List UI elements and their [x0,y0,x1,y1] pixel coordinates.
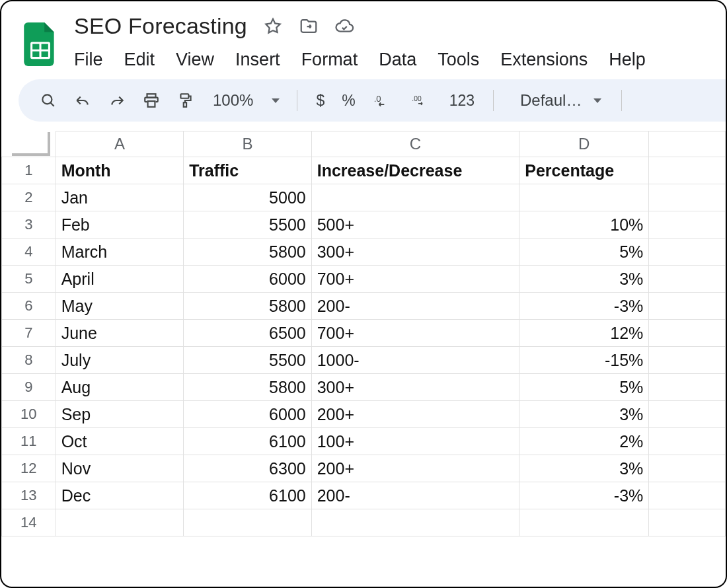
col-header-C[interactable]: C [311,131,519,157]
cell[interactable]: 700+ [311,320,519,347]
cell[interactable]: 5800 [184,374,312,401]
row-header[interactable]: 3 [2,211,56,239]
row-header[interactable]: 5 [2,266,56,293]
format-currency-button[interactable]: $ [309,92,331,110]
cell[interactable]: May [56,293,184,320]
cell[interactable] [649,509,726,536]
cell[interactable] [649,184,726,211]
cell[interactable]: March [56,239,184,266]
cell[interactable] [311,184,519,211]
cell[interactable]: Oct [56,428,184,455]
cell[interactable]: 3% [519,266,649,293]
menu-help[interactable]: Help [609,50,646,70]
cell[interactable]: July [56,347,184,374]
cell[interactable]: 6300 [184,455,312,482]
cell[interactable]: 3% [519,401,649,428]
cell[interactable]: 5000 [184,184,312,211]
cell[interactable]: 10% [519,211,649,239]
cell[interactable] [184,509,312,536]
cell[interactable] [519,184,649,211]
format-percent-button[interactable]: % [335,92,362,110]
cell[interactable]: 200+ [311,401,519,428]
cell[interactable] [649,239,726,266]
cloud-saved-icon[interactable] [334,17,354,36]
cell[interactable]: June [56,320,184,347]
redo-icon[interactable] [102,85,132,116]
cell[interactable]: 5% [519,374,649,401]
cell[interactable] [649,455,726,482]
row-header[interactable]: 12 [2,455,56,482]
font-family-dropdown[interactable]: Defaul… [506,91,609,110]
print-icon[interactable] [136,85,167,116]
cell[interactable]: Aug [56,374,184,401]
cell[interactable]: Increase/Decrease [311,157,519,184]
increase-decimal-icon[interactable]: .00 [401,85,439,116]
move-icon[interactable] [299,17,319,36]
cell[interactable]: Dec [56,482,184,509]
select-all-corner[interactable] [2,131,56,157]
col-header-D[interactable]: D [519,131,649,157]
cell[interactable]: Traffic [184,157,312,184]
cell[interactable]: 12% [519,320,649,347]
row-header[interactable]: 10 [2,401,56,428]
menu-tools[interactable]: Tools [438,50,479,70]
cell[interactable] [311,509,519,536]
document-title[interactable]: SEO Forecasting [74,13,247,39]
search-icon[interactable] [33,85,63,116]
menu-view[interactable]: View [176,50,214,70]
row-header[interactable]: 14 [2,509,56,536]
menu-insert[interactable]: Insert [235,50,280,70]
cell[interactable]: 5500 [184,211,312,239]
cell[interactable]: 100+ [311,428,519,455]
cell[interactable]: 200- [311,293,519,320]
menu-edit[interactable]: Edit [124,50,155,70]
cell[interactable]: -3% [519,482,649,509]
zoom-dropdown[interactable]: 100% [205,91,285,110]
cell[interactable] [649,401,726,428]
col-header-B[interactable]: B [184,131,312,157]
row-header[interactable]: 8 [2,347,56,374]
cell[interactable]: 5500 [184,347,312,374]
cell[interactable]: 5800 [184,239,312,266]
cell[interactable]: 6000 [184,401,312,428]
cell[interactable]: Sep [56,401,184,428]
menu-extensions[interactable]: Extensions [500,50,588,70]
row-header[interactable]: 9 [2,374,56,401]
cell[interactable]: 6500 [184,320,312,347]
cell[interactable]: 1000- [311,347,519,374]
undo-icon[interactable] [67,85,98,116]
cell[interactable]: 5% [519,239,649,266]
row-header[interactable]: 7 [2,320,56,347]
star-icon[interactable] [263,17,283,36]
decrease-decimal-icon[interactable]: .0 [366,85,397,116]
cell[interactable]: 2% [519,428,649,455]
cell[interactable] [519,509,649,536]
row-header[interactable]: 2 [2,184,56,211]
cell[interactable] [56,509,184,536]
menu-data[interactable]: Data [379,50,416,70]
cell[interactable]: 200- [311,482,519,509]
menu-file[interactable]: File [74,50,103,70]
cell[interactable]: -3% [519,293,649,320]
cell[interactable]: 3% [519,455,649,482]
cell[interactable]: Nov [56,455,184,482]
cell[interactable]: Feb [56,211,184,239]
sheets-logo[interactable] [21,18,59,70]
spreadsheet-grid[interactable]: A B C D 1 Month Traffic Increase/Decreas… [1,131,726,536]
cell[interactable]: Percentage [519,157,649,184]
row-header[interactable]: 11 [2,428,56,455]
cell[interactable]: 6100 [184,482,312,509]
col-header-E[interactable] [649,131,726,157]
col-header-A[interactable]: A [56,131,184,157]
cell[interactable]: 500+ [311,211,519,239]
cell[interactable] [649,482,726,509]
format-123-button[interactable]: 123 [443,92,481,110]
cell[interactable] [649,157,726,184]
cell[interactable] [649,211,726,239]
cell[interactable] [649,320,726,347]
row-header[interactable]: 6 [2,293,56,320]
cell[interactable]: April [56,266,184,293]
cell[interactable]: 5800 [184,293,312,320]
paint-format-icon[interactable] [171,85,201,116]
cell[interactable] [649,347,726,374]
